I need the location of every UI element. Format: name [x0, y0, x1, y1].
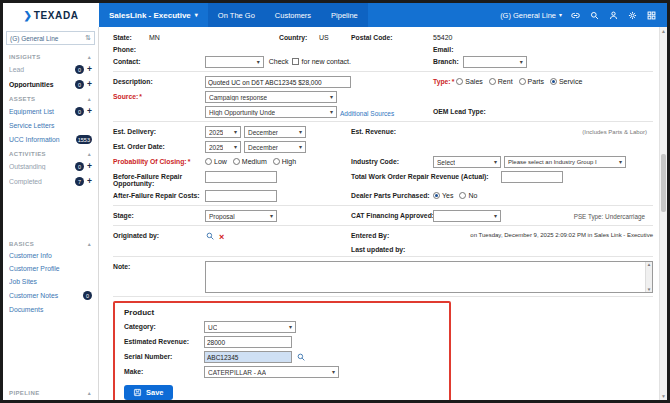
probability-high-radio[interactable]	[273, 158, 280, 165]
sidebar-item-outstanding[interactable]: Outstanding 0 +	[3, 159, 98, 174]
industry-code-select[interactable]: Select▾	[433, 156, 501, 168]
contact-select[interactable]: ▾	[205, 56, 264, 68]
sidebar-item-job-sites[interactable]: Job Sites	[3, 275, 98, 288]
vertical-scrollbar[interactable]: ▲ ▼	[659, 27, 667, 400]
sidebar-item-ucc-information[interactable]: UCC Information 1553	[3, 132, 98, 147]
divider	[113, 205, 653, 206]
add-icon[interactable]: +	[87, 162, 92, 171]
clear-x-icon[interactable]: ×	[219, 232, 224, 242]
gear-icon[interactable]	[627, 10, 638, 21]
sidebar-section-basics[interactable]: BASICS ▲	[3, 237, 98, 249]
est-order-month-select[interactable]: December▾	[244, 141, 306, 153]
stage-select[interactable]: Proposal▾	[205, 210, 277, 222]
type-rent-radio[interactable]	[489, 78, 496, 85]
nav-label: Pipeline	[331, 11, 358, 20]
nav-on-the-go[interactable]: On The Go	[208, 3, 265, 27]
scroll-up-icon[interactable]: ▲	[661, 28, 666, 34]
nav-pipeline[interactable]: Pipeline	[321, 3, 368, 27]
sidebar-item-documents[interactable]: Documents	[3, 303, 98, 316]
after-failure-input[interactable]	[205, 190, 277, 202]
texada-logo[interactable]: ❯ TEXADA	[3, 3, 99, 27]
new-contact-checkbox[interactable]	[292, 58, 299, 65]
link-icon[interactable]	[570, 10, 581, 21]
lookup-search-icon[interactable]	[205, 231, 215, 242]
type-sales-radio[interactable]	[456, 78, 463, 85]
estimated-revenue-input[interactable]	[204, 336, 292, 348]
divider	[113, 225, 653, 226]
save-button[interactable]: Save	[124, 385, 173, 400]
chevron-down-icon: ▾	[559, 12, 562, 18]
type-service-radio[interactable]	[550, 78, 557, 85]
cat-financing-label: CAT Financing Approved:	[351, 210, 433, 219]
sidebar-section-pipeline[interactable]: PIPELINE ▲	[3, 386, 98, 398]
nav-customers[interactable]: Customers	[265, 3, 321, 27]
type-parts-radio[interactable]	[519, 78, 526, 85]
serial-number-input[interactable]	[204, 351, 292, 363]
probability-low-radio[interactable]	[205, 158, 212, 165]
count-badge: 1553	[76, 135, 92, 144]
sidebar-item-customer-profile[interactable]: Customer Profile	[3, 262, 98, 275]
branch-select[interactable]: ▾	[463, 56, 527, 68]
make-value: CATERPILLAR - AA	[208, 369, 266, 376]
description-input[interactable]	[205, 76, 351, 88]
sidebar-item-equipment-list[interactable]: Equipment List 0 +	[3, 104, 98, 119]
section-title: PIPELINE	[9, 390, 40, 396]
serial-search-icon[interactable]	[296, 351, 306, 363]
cat-financing-select[interactable]: ▾	[433, 210, 501, 222]
note-scrollbar[interactable]: ▲▼	[645, 262, 652, 292]
est-order-year-select[interactable]: 2025▾	[205, 141, 241, 153]
est-delivery-year-select[interactable]: 2025▾	[205, 126, 241, 138]
probability-medium-radio[interactable]	[233, 158, 240, 165]
source-secondary-select[interactable]: High Opportunity Unde▾	[205, 106, 337, 118]
opportunity-form: State: MN Country: US Postal Code: 55420…	[99, 27, 667, 400]
chevron-down-icon: ▾	[270, 213, 273, 219]
sidebar-section-assets[interactable]: ASSETS ▲	[3, 92, 98, 104]
user-icon[interactable]	[608, 10, 619, 21]
sidebar-section-insights[interactable]: INSIGHTS ▲	[3, 50, 98, 62]
note-textarea[interactable]: ▲▼	[205, 261, 653, 293]
add-icon[interactable]: +	[87, 177, 92, 186]
dealer-parts-no-radio[interactable]	[459, 192, 466, 199]
sidebar-item-service-letters[interactable]: Service Letters	[3, 119, 98, 132]
app-selector-dropdown[interactable]: SalesLink - Executive ▾	[99, 3, 208, 27]
category-select[interactable]: UC▾	[204, 321, 296, 333]
total-wo-revenue-input[interactable]	[501, 171, 563, 183]
sidebar-section-activities[interactable]: ACTIVITIES ▲	[3, 147, 98, 159]
before-failure-input[interactable]	[205, 171, 277, 183]
general-line-dropdown[interactable]: (G) General Line ▾	[500, 11, 562, 20]
apps-grid-icon[interactable]	[646, 10, 657, 21]
add-icon[interactable]: +	[87, 65, 92, 74]
scroll-up-icon[interactable]: ▲	[647, 262, 651, 267]
dealer-parts-yes-radio[interactable]	[433, 192, 440, 199]
sidebar-item-label: UCC Information	[9, 136, 73, 143]
required-asterisk: *	[139, 93, 142, 100]
estimated-revenue-label: Estimated Revenue:	[124, 336, 204, 345]
add-icon[interactable]: +	[87, 107, 92, 116]
make-label: Make:	[124, 366, 204, 375]
type-rent-label: Rent	[498, 76, 513, 85]
scroll-down-icon[interactable]: ▼	[661, 393, 666, 399]
scroll-down-icon[interactable]: ▼	[647, 287, 651, 292]
source-select[interactable]: Campaign response▾	[205, 91, 337, 103]
sidebar-item-label: Service Letters	[9, 122, 92, 129]
sidebar-item-customer-notes[interactable]: Customer Notes 0	[3, 288, 98, 303]
scrollbar-thumb[interactable]	[661, 154, 666, 212]
est-delivery-month-select[interactable]: December▾	[244, 126, 306, 138]
chevron-up-icon: ▲	[87, 151, 92, 157]
industry-group-select[interactable]: Please select an Industry Group I▾	[504, 156, 626, 168]
sidebar-item-opportunities[interactable]: Opportunities 0 +	[3, 77, 98, 92]
total-wo-revenue-label: Total Work Order Repair Revenue (Actual)…	[351, 171, 501, 180]
sidebar-item-customer-info[interactable]: Customer Info	[3, 249, 98, 262]
add-icon[interactable]: +	[87, 80, 92, 89]
sidebar-line-selector[interactable]: (G) General Line ⇅	[6, 31, 95, 45]
sidebar-item-completed[interactable]: Completed 7 +	[3, 174, 98, 189]
count-badge: 7	[75, 177, 84, 186]
description-label: Description:	[113, 76, 205, 85]
est-order-month-value: December	[248, 144, 278, 151]
make-select[interactable]: CATERPILLAR - AA▾	[204, 366, 339, 378]
search-icon[interactable]	[589, 10, 600, 21]
entered-by-value: on Tuesday, December 9, 2025 2:09:02 PM …	[433, 230, 653, 239]
sidebar-item-lead[interactable]: Lead 0 +	[3, 62, 98, 77]
logo-chevron-icon: ❯	[23, 10, 31, 21]
top-right-controls: (G) General Line ▾	[500, 3, 667, 27]
